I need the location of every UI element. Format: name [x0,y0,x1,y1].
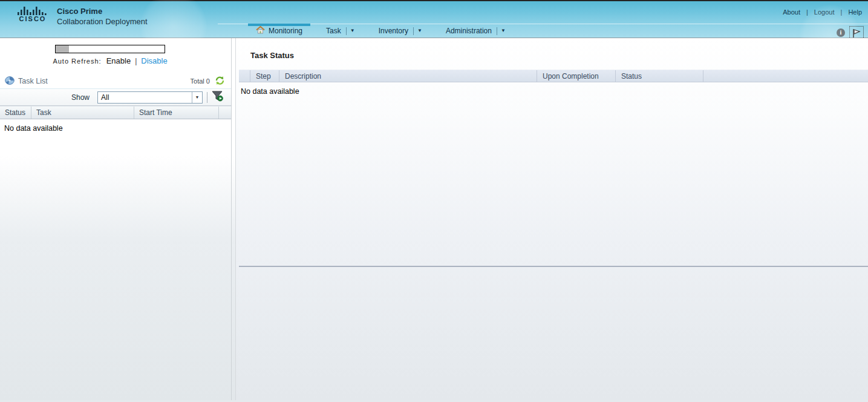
tab-administration[interactable]: Administration ▼ [438,24,514,38]
home-icon [256,26,265,36]
main-table-header: Step Description Upon Completion Status [239,70,868,82]
auto-refresh-separator: | [135,57,137,65]
column-header-task[interactable]: Task [31,107,134,119]
content-area: Auto Refresh: Enable | Disable Task List [0,38,868,400]
task-list-panel: Auto Refresh: Enable | Disable Task List [0,38,232,400]
tab-separator [346,27,347,35]
auto-refresh-section: Auto Refresh: Enable | Disable [0,38,231,65]
auto-refresh-progressbar [55,45,165,53]
tab-separator [497,27,497,35]
auto-refresh-controls: Auto Refresh: Enable | Disable [53,56,167,65]
tab-label: Administration [446,27,492,35]
utility-links: About | Logout | Help [783,8,862,16]
app-window: CISCO Cisco Prime Collaboration Deployme… [0,0,868,402]
main-empty-message: No data available [241,87,868,96]
column-header-spacer [219,107,231,119]
tab-monitoring[interactable]: Monitoring [248,24,310,38]
column-header-step[interactable]: Step [250,70,279,82]
column-header-status[interactable]: Status [616,70,703,82]
tab-label: Inventory [379,27,408,35]
panel-splitter[interactable] [232,38,236,400]
auto-refresh-label: Auto Refresh: [53,58,101,65]
auto-refresh-enable-link[interactable]: Enable [106,56,131,65]
sidebar-table-header: Status Task Start Time [0,106,231,119]
column-header-spacer [703,70,868,82]
tab-task[interactable]: Task ▼ [318,24,363,38]
sidebar-empty-message: No data available [0,119,231,133]
show-filter-value: All [98,93,192,102]
chevron-down-icon[interactable]: ▼ [192,92,202,103]
about-link[interactable]: About [783,8,800,16]
section-divider [239,266,868,267]
task-list-title: Task List [18,77,48,85]
show-filter-dropdown[interactable]: All ▼ [97,91,203,104]
chevron-down-icon[interactable]: ▼ [350,28,355,33]
main-nav: Monitoring Task ▼ Inventory ▼ Administra… [218,24,868,38]
tab-separator [413,27,414,35]
total-count-label: Total 0 [191,77,210,85]
column-header-upon-completion[interactable]: Upon Completion [537,70,616,82]
cisco-logo-text: CISCO [17,15,48,22]
product-subtitle: Collaboration Deployment [57,17,148,26]
cisco-logo-bars [17,7,48,15]
filter-toolbar: Show All ▼ [0,89,231,106]
refresh-icon[interactable] [215,76,225,87]
app-header: CISCO Cisco Prime Collaboration Deployme… [0,0,868,38]
chevron-down-icon[interactable]: ▼ [501,28,506,33]
link-separator: | [806,8,808,16]
link-separator: | [841,8,843,16]
cisco-logo: CISCO [17,7,48,22]
tab-label: Task [326,27,341,35]
help-link[interactable]: Help [848,8,862,16]
page-title: Task Status [250,51,868,60]
column-header-status[interactable]: Status [0,107,31,119]
toolbar-separator [207,92,207,103]
tab-label: Monitoring [269,27,302,35]
column-header-select [239,70,250,82]
disk-icon [5,76,15,87]
column-header-start-time[interactable]: Start Time [134,107,219,119]
chevron-down-icon[interactable]: ▼ [417,28,422,33]
task-list-tools: Total 0 [191,76,225,87]
task-list-header: Task List Total 0 [0,74,231,89]
product-name: Cisco Prime [57,7,148,16]
brand: CISCO Cisco Prime Collaboration Deployme… [17,7,148,26]
tab-inventory[interactable]: Inventory ▼ [371,24,430,38]
column-header-description[interactable]: Description [279,70,537,82]
product-title: Cisco Prime Collaboration Deployment [57,7,148,26]
auto-refresh-disable-link[interactable]: Disable [141,56,167,65]
auto-refresh-progress-fill [56,45,69,53]
show-filter-label: Show [71,93,90,102]
filter-run-icon[interactable] [212,91,224,104]
logout-link[interactable]: Logout [814,8,835,16]
task-status-panel: Task Status Step Description Upon Comple… [236,38,868,400]
